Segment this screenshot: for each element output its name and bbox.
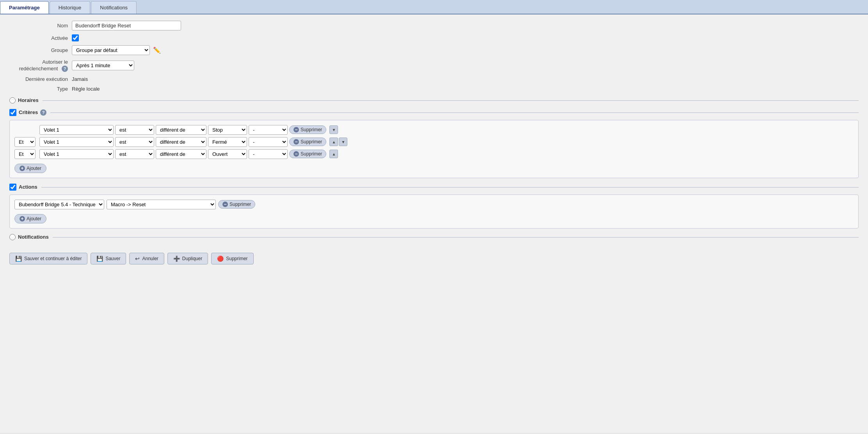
bottom-buttons: 💾 Sauver et continuer à éditer 💾 Sauver … xyxy=(9,248,859,264)
criteres-checkbox[interactable] xyxy=(9,109,16,116)
horaires-radio[interactable] xyxy=(9,97,16,104)
save-icon: 💾 xyxy=(96,255,103,262)
criteria-row-2: Et Ou Volet 1 est différent de Fermé - − xyxy=(14,137,854,147)
groupe-row: Groupe Groupe par défaut ✏️ xyxy=(9,45,859,55)
criteres-title: Critères xyxy=(19,109,38,115)
nom-row: Nom xyxy=(9,21,859,30)
actions-section-header: Actions xyxy=(9,184,859,191)
tab-parametrage[interactable]: Paramétrage xyxy=(0,1,49,14)
save-continue-icon: 💾 xyxy=(15,255,22,262)
activee-label: Activée xyxy=(9,35,72,41)
criteria-row-1: Volet 1 est différent de Stop - − Suppri… xyxy=(14,125,854,135)
criteria-3-condition[interactable]: est xyxy=(115,149,154,159)
cancel-btn[interactable]: ↩ Annuler xyxy=(129,253,164,264)
actions-title: Actions xyxy=(19,184,37,190)
action-1-minus-icon: − xyxy=(222,202,228,207)
notifications-section-header: Notifications xyxy=(9,234,859,240)
action-1-remove-btn[interactable]: − Supprimer xyxy=(218,200,255,209)
activee-checkbox[interactable] xyxy=(72,34,79,41)
criteria-2-condition[interactable]: est xyxy=(115,137,154,147)
autoriser-select[interactable]: Après 1 minute Jamais Toujours xyxy=(72,61,134,70)
notifications-title: Notifications xyxy=(18,234,49,240)
notifications-header-inner: Notifications xyxy=(9,234,53,240)
horaires-section-header: Horaires xyxy=(9,97,859,104)
notifications-radio[interactable] xyxy=(9,234,16,240)
criteria-1-value[interactable]: Stop xyxy=(208,125,247,135)
criteria-add-label: Ajouter xyxy=(27,166,41,171)
criteria-3-value[interactable]: Ouvert xyxy=(208,149,247,159)
actions-header-inner: Actions xyxy=(9,184,41,191)
criteria-3-remove-btn[interactable]: − Supprimer xyxy=(289,150,326,158)
tab-notifications[interactable]: Notifications xyxy=(91,1,137,14)
criteria-1-condition[interactable]: est xyxy=(115,125,154,135)
actions-add-btn[interactable]: + Ajouter xyxy=(14,214,46,223)
autoriser-label: Autoriser leredéclenchement ? xyxy=(9,59,72,72)
type-label: Type xyxy=(9,86,72,92)
criteria-2-extra[interactable]: - xyxy=(249,137,288,147)
type-value: Règle locale xyxy=(72,86,100,92)
criteria-1-minus-icon: − xyxy=(293,127,299,132)
delete-label: Supprimer xyxy=(226,256,247,261)
criteria-2-up-btn[interactable]: ▲ xyxy=(329,138,338,146)
activee-row: Activée xyxy=(9,34,859,41)
nom-input[interactable] xyxy=(72,21,181,30)
groupe-label: Groupe xyxy=(9,47,72,53)
horaires-header-inner: Horaires xyxy=(9,97,43,104)
criteria-plus-icon: + xyxy=(20,166,25,171)
criteria-1-compare[interactable]: différent de xyxy=(156,125,206,135)
criteres-header-inner: Critères ? xyxy=(9,109,50,116)
derniere-label: Dernière exécution xyxy=(9,76,72,82)
tab-historique[interactable]: Historique xyxy=(50,1,91,14)
criteres-help-icon[interactable]: ? xyxy=(40,109,46,116)
criteria-box: Volet 1 est différent de Stop - − Suppri… xyxy=(9,120,859,178)
cancel-label: Annuler xyxy=(142,256,158,261)
delete-icon: 🔴 xyxy=(217,255,224,262)
criteria-1-extra[interactable]: - xyxy=(249,125,288,135)
criteria-add-btn[interactable]: + Ajouter xyxy=(14,164,46,173)
criteria-2-down-btn[interactable]: ▼ xyxy=(339,138,347,146)
criteria-3-extra[interactable]: - xyxy=(249,149,288,159)
main-content: Nom Activée Groupe Groupe par défaut ✏️ … xyxy=(0,14,868,433)
form-section: Nom Activée Groupe Groupe par défaut ✏️ … xyxy=(9,21,859,92)
criteria-3-device[interactable]: Volet 1 xyxy=(39,149,114,159)
action-1-command[interactable]: Macro -> Reset xyxy=(107,200,216,209)
criteria-row-3: Et Ou Volet 1 est différent de Ouvert - … xyxy=(14,149,854,159)
criteria-1-device[interactable]: Volet 1 xyxy=(39,125,114,135)
save-continue-btn[interactable]: 💾 Sauver et continuer à éditer xyxy=(9,253,87,264)
save-continue-label: Sauver et continuer à éditer xyxy=(24,256,82,261)
nom-label: Nom xyxy=(9,23,72,29)
criteria-2-remove-label: Supprimer xyxy=(301,139,322,145)
criteria-3-minus-icon: − xyxy=(293,151,299,157)
criteria-2-compare[interactable]: différent de xyxy=(156,137,206,147)
criteria-3-connector[interactable]: Et Ou xyxy=(14,149,36,159)
criteria-3-up-btn[interactable]: ▲ xyxy=(329,150,338,158)
actions-row-1: Bubendorff Bridge 5.4 - Technique Macro … xyxy=(14,200,854,209)
duplicate-icon: ➕ xyxy=(173,255,180,262)
criteria-1-remove-label: Supprimer xyxy=(301,127,322,132)
derniere-value: Jamais xyxy=(72,76,88,82)
criteres-section-header: Critères ? xyxy=(9,109,859,116)
derniere-row: Dernière exécution Jamais xyxy=(9,76,859,82)
duplicate-btn[interactable]: ➕ Dupliquer xyxy=(167,253,208,264)
autoriser-row: Autoriser leredéclenchement ? Après 1 mi… xyxy=(9,59,859,72)
action-1-remove-label: Supprimer xyxy=(229,202,251,207)
criteria-2-remove-btn[interactable]: − Supprimer xyxy=(289,138,326,146)
actions-checkbox[interactable] xyxy=(9,184,16,191)
autoriser-help-icon[interactable]: ? xyxy=(62,66,68,72)
criteria-2-value[interactable]: Fermé xyxy=(208,137,247,147)
criteria-2-minus-icon: − xyxy=(293,139,299,145)
criteria-3-remove-label: Supprimer xyxy=(301,151,322,157)
criteria-2-connector[interactable]: Et Ou xyxy=(14,137,36,147)
criteria-1-remove-btn[interactable]: − Supprimer xyxy=(289,125,326,134)
actions-box: Bubendorff Bridge 5.4 - Technique Macro … xyxy=(9,195,859,229)
groupe-edit-icon[interactable]: ✏️ xyxy=(153,46,161,54)
delete-btn[interactable]: 🔴 Supprimer xyxy=(211,253,253,264)
action-1-device[interactable]: Bubendorff Bridge 5.4 - Technique xyxy=(14,200,104,209)
groupe-select[interactable]: Groupe par défaut xyxy=(72,45,150,55)
criteria-2-device[interactable]: Volet 1 xyxy=(39,137,114,147)
cancel-icon: ↩ xyxy=(135,255,140,262)
save-btn[interactable]: 💾 Sauver xyxy=(91,253,126,264)
criteria-1-down-btn[interactable]: ▼ xyxy=(329,125,338,134)
duplicate-label: Dupliquer xyxy=(182,256,202,261)
criteria-3-compare[interactable]: différent de xyxy=(156,149,206,159)
